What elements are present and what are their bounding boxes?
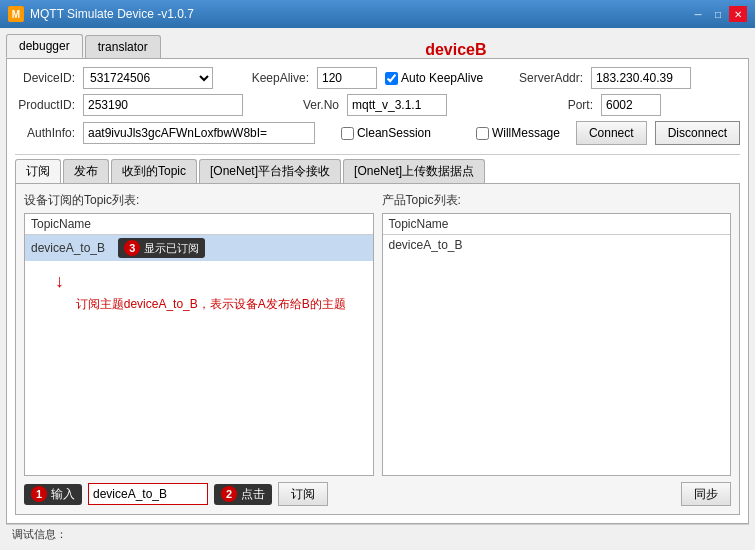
badge-3-num: 3 — [124, 240, 140, 256]
main-window: debugger translator deviceB DeviceID: 53… — [0, 28, 755, 550]
subscribe-button[interactable]: 订阅 — [278, 482, 328, 506]
device-id-select[interactable]: 531724506 — [83, 67, 213, 89]
tab-debugger[interactable]: debugger — [6, 34, 83, 58]
main-tab-strip: debugger translator — [6, 34, 163, 58]
tab-subscribe[interactable]: 订阅 — [15, 159, 61, 183]
tab-publish[interactable]: 发布 — [63, 159, 109, 183]
inner-content: 设备订阅的Topic列表: TopicName deviceA_to_B 3 显… — [15, 183, 740, 515]
right-topic-table: TopicName deviceA_to_B — [382, 213, 732, 476]
device-id-row: DeviceID: 531724506 KeepAlive: Auto Keep… — [15, 67, 740, 89]
connect-button[interactable]: Connect — [576, 121, 647, 145]
server-addr-label: ServerAddr: — [519, 71, 583, 85]
status-label: 调试信息： — [12, 528, 67, 540]
left-table-row[interactable]: deviceA_to_B 3 显示已订阅 — [25, 235, 373, 261]
tab-onenet-upload[interactable]: [OneNet]上传数据据点 — [343, 159, 485, 183]
badge-2-label: 点击 — [241, 486, 265, 503]
clean-session-wrap: CleanSession — [341, 126, 431, 140]
disconnect-button[interactable]: Disconnect — [655, 121, 740, 145]
keep-alive-input[interactable] — [317, 67, 377, 89]
title-bar: M MQTT Simulate Device -v1.0.7 ─ □ ✕ — [0, 0, 755, 28]
badge-click: 2 点击 — [214, 484, 272, 505]
subscribe-topic-input[interactable] — [88, 483, 208, 505]
auto-keep-alive-label: Auto KeepAlive — [401, 71, 483, 85]
ver-no-label: Ver.No — [279, 98, 339, 112]
inner-tab-strip: 订阅 发布 收到的Topic [OneNet]平台指令接收 [OneNet]上传… — [15, 159, 740, 183]
product-id-row: ProductID: Ver.No Port: — [15, 94, 740, 116]
badge-1-num: 1 — [31, 486, 47, 502]
title-controls[interactable]: ─ □ ✕ — [689, 6, 747, 22]
auth-info-input[interactable] — [83, 122, 315, 144]
sync-button[interactable]: 同步 — [681, 482, 731, 506]
right-panel-title: 产品Topic列表: — [382, 192, 732, 209]
title-text: MQTT Simulate Device -v1.0.7 — [30, 7, 194, 21]
auth-info-label: AuthInfo: — [15, 126, 75, 140]
left-col: 设备订阅的Topic列表: TopicName deviceA_to_B 3 显… — [24, 192, 374, 476]
will-message-checkbox[interactable] — [476, 127, 489, 140]
close-button[interactable]: ✕ — [729, 6, 747, 22]
status-bar: 调试信息： — [6, 524, 749, 544]
tab-received-topic[interactable]: 收到的Topic — [111, 159, 197, 183]
product-id-label: ProductID: — [15, 98, 75, 112]
content-area: DeviceID: 531724506 KeepAlive: Auto Keep… — [6, 58, 749, 524]
badge-2-num: 2 — [221, 486, 237, 502]
clean-session-label: CleanSession — [357, 126, 431, 140]
badge-3-label: 显示已订阅 — [144, 241, 199, 256]
title-bar-left: M MQTT Simulate Device -v1.0.7 — [8, 6, 194, 22]
device-id-label: DeviceID: — [15, 71, 75, 85]
right-table-row[interactable]: deviceA_to_B — [383, 235, 731, 255]
arrow-annotation: ↓ 订阅主题deviceA_to_B，表示设备A发布给B的主题 — [25, 261, 373, 321]
keep-alive-label: KeepAlive: — [249, 71, 309, 85]
maximize-button[interactable]: □ — [709, 6, 727, 22]
two-col-layout: 设备订阅的Topic列表: TopicName deviceA_to_B 3 显… — [24, 192, 731, 476]
minimize-button[interactable]: ─ — [689, 6, 707, 22]
tab-translator[interactable]: translator — [85, 35, 161, 58]
left-table-header: TopicName — [25, 214, 373, 235]
will-message-wrap: WillMessage — [476, 126, 560, 140]
auth-info-row: AuthInfo: CleanSession WillMessage Conne… — [15, 121, 740, 145]
left-panel-title: 设备订阅的Topic列表: — [24, 192, 374, 209]
tab-onenet-receive[interactable]: [OneNet]平台指令接收 — [199, 159, 341, 183]
server-addr-input[interactable] — [591, 67, 691, 89]
badge-1-label: 输入 — [51, 486, 75, 503]
port-label: Port: — [533, 98, 593, 112]
product-id-input[interactable] — [83, 94, 243, 116]
device-name: deviceB — [163, 38, 749, 58]
badge-subscribed: 3 显示已订阅 — [118, 238, 205, 258]
auto-keep-alive-wrap: Auto KeepAlive — [385, 71, 483, 85]
app-icon: M — [8, 6, 24, 22]
badge-input: 1 输入 — [24, 484, 82, 505]
bottom-row: 1 输入 2 点击 订阅 同步 — [24, 482, 731, 506]
clean-session-checkbox[interactable] — [341, 127, 354, 140]
will-message-label: WillMessage — [492, 126, 560, 140]
right-table-header: TopicName — [383, 214, 731, 235]
left-topic-table: TopicName deviceA_to_B 3 显示已订阅 — [24, 213, 374, 476]
port-input[interactable] — [601, 94, 661, 116]
right-col: 产品Topic列表: TopicName deviceA_to_B — [382, 192, 732, 476]
arrow-icon: ↓ — [55, 271, 367, 292]
auto-keep-alive-checkbox[interactable] — [385, 72, 398, 85]
separator — [15, 154, 740, 155]
desc-text: 订阅主题deviceA_to_B，表示设备A发布给B的主题 — [55, 292, 367, 317]
ver-no-input[interactable] — [347, 94, 447, 116]
